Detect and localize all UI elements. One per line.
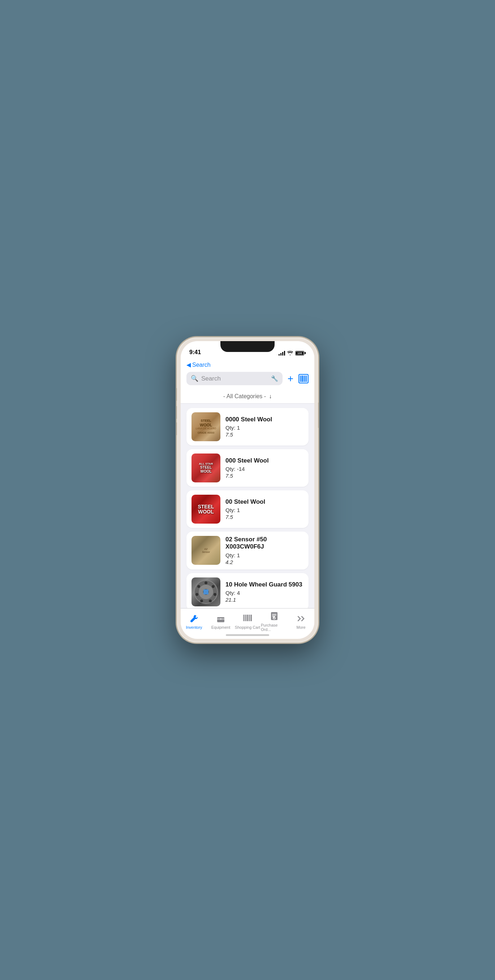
svg-point-5: [213, 593, 216, 596]
svg-point-6: [209, 600, 212, 602]
wrench-filter-icon: 🔧: [271, 375, 278, 382]
product-qty: Qty: 1: [226, 425, 304, 431]
tab-equipment-label: Equipment: [212, 625, 231, 630]
svg-rect-19: [248, 615, 248, 621]
product-image: ALL STAR STEEL WOOL: [191, 453, 220, 482]
category-filter[interactable]: - All Categories - ↓: [181, 390, 314, 404]
svg-rect-16: [245, 615, 246, 621]
product-price: 4.2: [226, 559, 304, 565]
tab-inventory[interactable]: Inventory: [181, 614, 207, 630]
svg-rect-15: [244, 615, 245, 621]
back-button[interactable]: ◀ Search: [186, 361, 309, 368]
list-item[interactable]: 10 Hole Wheel Guard 5903 Qty: 4 21.1: [186, 573, 309, 608]
battery-icon: 100: [295, 351, 306, 356]
product-name: 00 Steel Wool: [226, 498, 304, 506]
product-info: 10 Hole Wheel Guard 5903 Qty: 4 21.1: [226, 581, 304, 603]
product-price: 7.5: [226, 514, 304, 520]
search-icon: 🔍: [191, 375, 198, 382]
product-name: 0000 Steel Wool: [226, 416, 304, 423]
product-image: STEEL WOOL: [191, 495, 220, 523]
svg-point-3: [204, 581, 207, 584]
product-qty: Qty: 1: [226, 507, 304, 513]
tab-more-label: More: [296, 625, 305, 630]
list-item[interactable]: 02 Sensor 02 Sensor #50 X003CW0F6J Qty: …: [186, 531, 309, 570]
tab-cart[interactable]: Shopping Cart: [234, 614, 261, 630]
svg-rect-24: [272, 614, 276, 615]
barcode-scan-button[interactable]: [298, 374, 309, 383]
product-name: 02 Sensor #50 X003CW0F6J: [226, 536, 304, 551]
svg-rect-10: [204, 589, 209, 595]
tab-cart-label: Shopping Cart: [235, 625, 260, 630]
tab-purchase[interactable]: Purchase Ord...: [261, 611, 288, 632]
tab-inventory-label: Inventory: [186, 625, 202, 630]
svg-point-4: [212, 585, 215, 588]
list-item[interactable]: STEEL WOOL 00 Steel Wool Qty: 1 7.5: [186, 490, 309, 528]
search-bar[interactable]: 🔍 Search 🔧: [186, 372, 283, 385]
product-image: 02 Sensor: [191, 536, 220, 565]
tab-more[interactable]: More: [288, 614, 314, 630]
search-row: 🔍 Search 🔧 +: [186, 372, 309, 385]
svg-rect-13: [220, 619, 221, 620]
add-button[interactable]: +: [286, 374, 295, 384]
product-info: 000 Steel Wool Qty: -14 7.5: [226, 457, 304, 479]
svg-rect-11: [217, 617, 224, 622]
status-icons: 100: [279, 350, 306, 356]
product-image: [191, 578, 220, 606]
svg-rect-18: [247, 615, 248, 621]
list-item[interactable]: STEEL WOOL LANA DE ACERO GRADE #0000 000…: [186, 408, 309, 445]
search-placeholder: Search: [201, 375, 268, 382]
product-qty: Qty: -14: [226, 466, 304, 472]
svg-rect-14: [243, 615, 244, 621]
product-image: STEEL WOOL LANA DE ACERO GRADE #0000: [191, 412, 220, 441]
category-label: - All Categories -: [223, 393, 266, 400]
wrench-tab-icon: [189, 614, 199, 624]
status-time: 9:41: [189, 349, 201, 356]
svg-rect-21: [250, 615, 250, 621]
product-qty: Qty: 1: [226, 552, 304, 558]
product-name: 000 Steel Wool: [226, 457, 304, 465]
svg-point-8: [196, 593, 198, 596]
wifi-icon: [287, 351, 293, 355]
svg-rect-22: [251, 615, 252, 621]
tab-purchase-label: Purchase Ord...: [261, 623, 288, 632]
svg-point-9: [197, 585, 200, 588]
chevron-down-icon: ↓: [269, 393, 272, 400]
svg-rect-25: [272, 615, 276, 616]
product-info: 0000 Steel Wool Qty: 1 7.5: [226, 416, 304, 438]
barcode-tab-icon: [242, 614, 253, 624]
product-name: 10 Hole Wheel Guard 5903: [226, 581, 304, 588]
svg-rect-17: [246, 615, 247, 621]
product-info: 00 Steel Wool Qty: 1 7.5: [226, 498, 304, 520]
product-price: 7.5: [226, 473, 304, 479]
svg-rect-20: [249, 615, 250, 621]
receipt-tab-icon: [269, 611, 279, 622]
product-price: 7.5: [226, 431, 304, 438]
chevrons-tab-icon: [296, 614, 306, 624]
svg-point-7: [200, 600, 203, 602]
tab-equipment[interactable]: Equipment: [207, 614, 234, 630]
briefcase-tab-icon: [216, 614, 226, 624]
home-indicator: [226, 634, 269, 636]
product-list: STEEL WOOL LANA DE ACERO GRADE #0000 000…: [181, 404, 314, 608]
product-price: 21.1: [226, 597, 304, 603]
product-qty: Qty: 4: [226, 590, 304, 596]
signal-icon: [279, 350, 285, 356]
product-info: 02 Sensor #50 X003CW0F6J Qty: 1 4.2: [226, 536, 304, 565]
back-arrow-icon: ◀: [186, 361, 191, 368]
top-nav: ◀ Search 🔍 Search 🔧 +: [181, 358, 314, 390]
back-label: Search: [192, 362, 211, 368]
list-item[interactable]: ALL STAR STEEL WOOL 000 Steel Wool Qty: …: [186, 449, 309, 487]
